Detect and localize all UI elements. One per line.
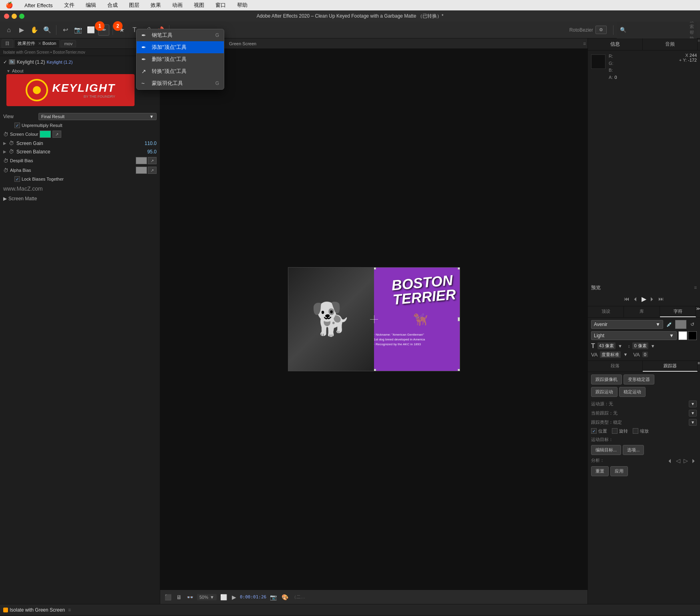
screen-balance-stopwatch[interactable]: ⏱	[9, 149, 14, 155]
menu-composition[interactable]: 合成	[105, 1, 120, 10]
search-help-input[interactable]	[628, 27, 688, 32]
tab-目[interactable]: 目	[2, 39, 13, 48]
prev-play[interactable]: ▶	[642, 295, 646, 303]
tab-presets[interactable]: 顶设	[588, 306, 624, 317]
font-size-value[interactable]: 43 像素	[597, 342, 616, 349]
menu-help[interactable]: 帮助	[235, 1, 250, 10]
lock-biases-checkbox[interactable]	[14, 176, 20, 182]
tab-glyphs-icon[interactable]: ≫	[696, 306, 700, 317]
screen-colour-stopwatch[interactable]: ⏱	[3, 131, 8, 137]
roto-bezier-settings[interactable]: ⚙	[595, 26, 607, 34]
menu-after-effects[interactable]: After Effects	[22, 2, 55, 9]
menu-file[interactable]: 文件	[62, 1, 77, 10]
motion-source-dropdown[interactable]: ▼	[689, 401, 697, 407]
screen-matte-toggle[interactable]: ▶ Screen Matte	[0, 194, 160, 203]
alpha-arrow[interactable]: ↗	[148, 167, 157, 174]
rp-tab-audio[interactable]: 音频	[643, 38, 698, 50]
despill-swatch[interactable]	[136, 157, 147, 164]
analyze-forward[interactable]: ⏵	[691, 457, 697, 464]
menu-edit[interactable]: 编辑	[83, 1, 99, 10]
tab-mov[interactable]: mov	[60, 40, 76, 47]
track-camera-btn[interactable]: 跟踪摄像机	[591, 374, 622, 384]
alpha-stopwatch[interactable]: ⏱	[3, 167, 8, 173]
tracking-value[interactable]: 0 像素	[632, 342, 648, 349]
timeline-menu[interactable]: ≡	[68, 607, 71, 613]
tab-paragraph[interactable]: 段落	[588, 361, 643, 372]
crop-btn[interactable]: ⬜	[219, 593, 228, 601]
screen-balance-row[interactable]: ▶ ⏱ Screen Balance 95.0	[0, 147, 160, 156]
zoom-dropdown[interactable]: 50% ▼	[197, 594, 217, 600]
handle-mr[interactable]	[458, 317, 460, 321]
about-toggle[interactable]: ▼ About	[6, 68, 153, 74]
track-type-dropdown[interactable]: ▼	[689, 419, 697, 426]
stabilize-btn[interactable]: 稳定运动	[619, 387, 646, 397]
maximize-button[interactable]	[19, 14, 24, 19]
analyze-next[interactable]: ▷	[684, 457, 688, 464]
analyze-prev[interactable]: ◁	[676, 457, 680, 464]
rp-tab-info[interactable]: 信息	[588, 38, 643, 50]
undo-tool[interactable]: ↩	[60, 24, 71, 36]
track-motion-btn[interactable]: 跟踪运动	[591, 387, 618, 397]
reset-btn[interactable]: 重置	[591, 466, 609, 476]
white-swatch[interactable]	[678, 331, 687, 340]
glasses-btn[interactable]: 👓	[185, 593, 195, 601]
font-name-dropdown[interactable]: Avenir ▼	[591, 320, 663, 329]
kerning-value[interactable]: 0	[642, 352, 648, 357]
black-swatch[interactable]	[688, 331, 697, 340]
color-vc-btn[interactable]: 🎨	[280, 593, 290, 601]
unpremultiply-checkbox[interactable]	[14, 123, 20, 128]
apple-menu[interactable]: 🍎	[3, 1, 16, 10]
menu-animation[interactable]: 动画	[170, 1, 185, 10]
rotate-checkbox[interactable]	[612, 428, 618, 434]
scale-checkbox[interactable]	[633, 428, 638, 434]
warp-stabilize-btn[interactable]: 变形稳定器	[624, 374, 654, 384]
menu-layer[interactable]: 图层	[127, 1, 142, 10]
reset-color-icon[interactable]: ↺	[688, 320, 697, 329]
context-menu-delete-vertex[interactable]: ✒ 删除"顶点"工具	[137, 53, 224, 65]
apply-btn[interactable]: 应用	[610, 466, 628, 476]
context-menu-convert-vertex[interactable]: ↗ 转换"顶点"工具	[137, 65, 224, 77]
menu-view[interactable]: 视图	[191, 1, 207, 10]
minimize-button[interactable]	[12, 14, 17, 19]
screen-colour-arrow[interactable]: ↗	[52, 131, 61, 138]
zoom-tool[interactable]: 🔍	[42, 24, 53, 36]
prev-last[interactable]: ⏭	[658, 296, 664, 302]
screen-gain-stopwatch[interactable]: ⏱	[9, 140, 14, 146]
hand-tool[interactable]: ✋	[29, 24, 40, 36]
font-size-arrow[interactable]: ▼	[618, 344, 622, 348]
prev-forward[interactable]: ⏵	[650, 296, 655, 302]
display-btn[interactable]: 🖥	[175, 593, 183, 601]
preview-menu-icon[interactable]: ≡	[694, 285, 697, 290]
current-track-dropdown[interactable]: ▼	[689, 410, 697, 417]
screen-colour-swatch[interactable]	[40, 131, 51, 138]
tab-library[interactable]: 库	[624, 306, 660, 317]
region-btn[interactable]: ⬛	[163, 593, 173, 601]
eyedropper-icon[interactable]: 💉	[665, 320, 674, 329]
menu-effect[interactable]: 效果	[148, 1, 163, 10]
keylight-name-link[interactable]: Keylight (1.2)	[46, 60, 72, 64]
camera-vc-btn[interactable]: 📷	[269, 593, 278, 601]
prev-back[interactable]: ⏴	[633, 296, 638, 302]
play-btn[interactable]: ▶	[231, 593, 237, 601]
select-tool[interactable]: ▶	[16, 24, 27, 36]
tab-tracker[interactable]: 跟踪器	[643, 361, 698, 372]
rp-header-icon[interactable]: ≡	[698, 38, 700, 50]
despill-arrow[interactable]: ↗	[148, 157, 157, 164]
menu-window[interactable]: 窗口	[213, 1, 228, 10]
font-weight-dropdown[interactable]: Light ▼	[591, 331, 677, 340]
alpha-swatch[interactable]	[136, 167, 147, 174]
screen-gain-row[interactable]: ▶ ⏱ Screen Gain 110.0	[0, 139, 160, 147]
tab-effects[interactable]: 效果控件 ✕ Boston	[14, 39, 60, 48]
select-btn[interactable]: 选项...	[623, 445, 644, 455]
tab-tracker-icon[interactable]: ≡	[698, 361, 700, 372]
comp-tab-green[interactable]: Green Screen	[225, 40, 260, 47]
close-button[interactable]	[4, 14, 9, 19]
context-menu-add-vertex[interactable]: ✒ 添加"顶点"工具	[137, 41, 224, 53]
comp-tab-menu[interactable]: ≡	[583, 41, 586, 46]
tracking-arrow[interactable]: ▼	[651, 344, 655, 348]
despill-stopwatch[interactable]: ⏱	[3, 158, 8, 164]
home-tool[interactable]: ⌂	[3, 24, 14, 36]
baseline-arrow[interactable]: ▼	[623, 352, 628, 357]
fx-toggle[interactable]: ✓	[3, 59, 7, 65]
context-menu-feather-tool[interactable]: ~ 蒙版羽化工具 G	[137, 77, 224, 89]
